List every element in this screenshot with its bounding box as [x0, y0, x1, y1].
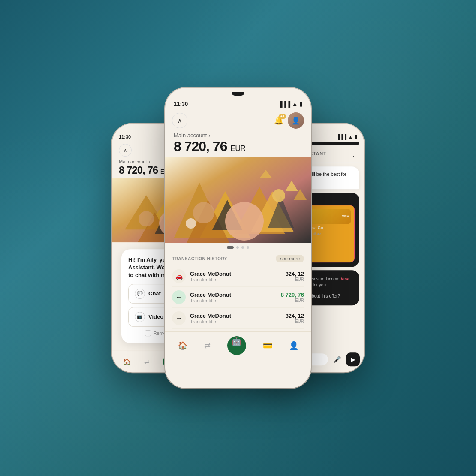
signal-icon-center: ▐▐▐	[278, 101, 290, 107]
svg-point-9	[139, 211, 154, 226]
nav-card-center[interactable]: 💳	[263, 341, 272, 350]
visa-gold-visual: VISA	[309, 209, 351, 224]
trans-amount-2: 8 720, 76 EUR	[281, 292, 304, 303]
nav-home-center[interactable]: 🏠	[178, 341, 187, 350]
trans-cur-2: EUR	[281, 298, 304, 303]
trans-icon-3: →	[172, 311, 186, 325]
trans-title-2: Transfer title	[190, 298, 231, 303]
section-title: TRANSACTION HISTORY	[172, 256, 227, 261]
nav-profile-center[interactable]: 👤	[289, 341, 298, 350]
trans-icon-1: 🚗	[172, 269, 186, 283]
svg-point-24	[186, 218, 196, 229]
nav-active-center[interactable]: 🤖	[227, 336, 246, 355]
trans-cur-1: EUR	[283, 277, 304, 282]
trans-name-1: Grace McDonut	[190, 271, 231, 277]
more-button[interactable]: ⋮	[349, 149, 357, 158]
pagination-center	[165, 243, 311, 252]
trans-name-2: Grace McDonut	[190, 292, 231, 298]
chevron-btn-center[interactable]: ∧	[172, 113, 187, 128]
visa-gold-name: Visa Go	[309, 226, 351, 230]
chat-option-label: Chat	[148, 290, 161, 297]
dot-1	[227, 246, 234, 249]
trans-title-3: Transfer title	[190, 319, 231, 324]
dot-3	[241, 246, 244, 249]
trans-title-1: Transfer title	[190, 277, 231, 282]
account-section-center: Main account › 8 720, 76 EUR	[165, 130, 311, 157]
svg-point-21	[225, 202, 264, 241]
signal-icon-right: ▐▐▐	[337, 134, 346, 139]
chat-option-icon: 💬	[135, 289, 145, 299]
bell-badge-center: 🔔 +3	[274, 116, 283, 125]
svg-point-23	[272, 189, 285, 202]
hero-center	[165, 157, 311, 243]
nav-home-left[interactable]: 🏠	[123, 358, 130, 365]
account-amount-center: 8 720, 76 EUR	[174, 139, 302, 154]
remember-checkbox[interactable]	[145, 330, 151, 336]
nav-transfer-center[interactable]: ⇄	[204, 341, 211, 350]
status-bar-center: 11:30 ▐▐▐ ▲ ▮	[165, 96, 311, 110]
trans-amount-3: -324, 12 EUR	[283, 313, 304, 324]
section-header: TRANSACTION HISTORY see more	[172, 255, 304, 262]
top-nav-center: ∧ 🔔 +3 👤	[165, 110, 311, 130]
account-label-center: Main account ›	[174, 132, 302, 139]
trans-info-2: Grace McDonut Transfer title	[190, 292, 231, 303]
notification-badge-center: +3	[279, 114, 286, 119]
table-row: 🚗 Grace McDonut Transfer title -324, 12 …	[172, 266, 304, 287]
table-row: ← Grace McDonut Transfer title 8 720, 76…	[172, 287, 304, 308]
time-center: 11:30	[174, 101, 188, 107]
battery-icon-center: ▮	[299, 101, 302, 107]
see-more-btn[interactable]: see more	[276, 255, 304, 262]
trans-info-1: Grace McDonut Transfer title	[190, 271, 231, 282]
status-icons-center: ▐▐▐ ▲ ▮	[278, 101, 302, 107]
dot-4	[247, 246, 249, 249]
wifi-icon-center: ▲	[292, 101, 298, 107]
svg-point-22	[193, 202, 214, 223]
trans-cur-3: EUR	[283, 319, 304, 324]
time-left: 11:30	[119, 134, 131, 139]
video-option-label: Video	[148, 313, 163, 320]
currency-center: EUR	[230, 144, 245, 153]
mic-button[interactable]: 🎤	[331, 353, 343, 366]
phones-container: 11:30 ▐▐▐ ▲ ▮ ∧ 🔔 +3 👤 Main account ›	[45, 45, 431, 431]
status-icons-right: ▐▐▐ ▲ ▮	[337, 134, 357, 139]
trans-info-3: Grace McDonut Transfer title	[190, 313, 231, 324]
center-phone: 11:30 ▐▐▐ ▲ ▮ ∧ 🔔 +3 👤 Main account ›	[165, 88, 311, 388]
video-option-icon: 📷	[135, 312, 145, 322]
notch-center	[232, 92, 244, 96]
transaction-section: TRANSACTION HISTORY see more 🚗 Grace McD…	[165, 252, 311, 331]
trans-val-3: -324, 12	[283, 313, 304, 319]
trans-name-3: Grace McDonut	[190, 313, 231, 319]
wifi-icon-right: ▲	[348, 134, 353, 139]
trans-icon-2: ←	[172, 290, 186, 304]
dot-2	[236, 246, 239, 249]
trans-amount-1: -324, 12 EUR	[283, 271, 304, 282]
battery-icon-right: ▮	[355, 134, 357, 139]
table-row: → Grace McDonut Transfer title -324, 12 …	[172, 308, 304, 329]
visa-gold-limit: Limit up	[309, 232, 351, 235]
avatar-center[interactable]: 👤	[288, 112, 304, 129]
trans-val-2: 8 720, 76	[281, 292, 304, 298]
send-button[interactable]: ▶	[346, 352, 360, 366]
nav-transfer-left[interactable]: ⇄	[144, 358, 149, 365]
chevron-btn-left[interactable]: ∧	[119, 144, 132, 157]
bottom-nav-center: 🏠 ⇄ 🤖 💳 👤	[165, 331, 311, 364]
trans-val-1: -324, 12	[283, 271, 304, 277]
visa-gold-option: VISA Visa Go Limit up	[305, 205, 355, 262]
